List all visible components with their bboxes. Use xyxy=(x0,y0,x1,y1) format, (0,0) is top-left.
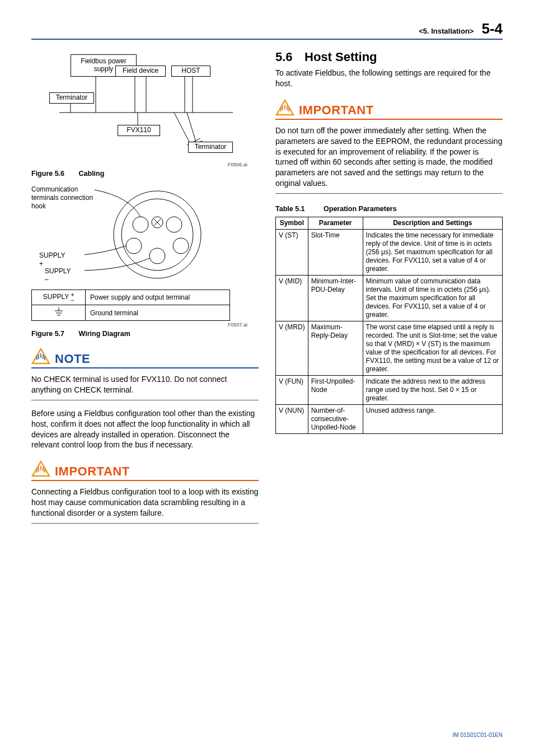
figure-wiring: Communication terminals connection hook … xyxy=(31,185,259,286)
cell-parameter: Number-of-consecutive-Unpolled-Node xyxy=(308,405,363,434)
cell-description: Unused address range. xyxy=(363,405,502,434)
important-triangle-icon xyxy=(275,99,294,118)
important-body: Do not turn off the power immediately af… xyxy=(275,123,503,194)
cell-description: Indicate the address next to the address… xyxy=(363,376,502,405)
note-triangle-icon xyxy=(31,348,50,366)
figure-ref-0507: F0507.ai xyxy=(31,322,247,328)
table-row: V (MRD)Maximum-Reply-DelayThe worst case… xyxy=(276,321,503,376)
table-number: Table 5.1 xyxy=(275,205,305,213)
plus-minus-icon: +– xyxy=(71,292,74,302)
th-symbol: Symbol xyxy=(276,217,308,230)
ground-symbol-cell xyxy=(32,305,86,321)
figure-title: Wiring Diagram xyxy=(79,330,130,338)
important-body: Connecting a Fieldbus configuration tool… xyxy=(31,484,259,524)
section-title: Host Setting xyxy=(305,50,377,64)
body-paragraph: Before using a Fieldbus configuration to… xyxy=(31,408,259,451)
figure-title: Cabling xyxy=(79,170,105,178)
cell-parameter: Maximum-Reply-Delay xyxy=(308,321,363,376)
important-title: IMPORTANT xyxy=(55,464,130,479)
box-host: HOST xyxy=(171,66,210,77)
figure-cabling: Fieldbus power supply Field device HOST … xyxy=(48,52,238,158)
page-header: <5. Installation> 5-4 xyxy=(31,20,503,40)
wiring-svg xyxy=(85,185,230,286)
section-number: 5.6 xyxy=(275,50,305,64)
important-callout-left: IMPORTANT Connecting a Fieldbus configur… xyxy=(31,460,259,524)
th-parameter: Parameter xyxy=(308,217,363,230)
figure-number: Figure 5.7 xyxy=(31,330,64,338)
svg-point-16 xyxy=(126,238,142,254)
ground-icon xyxy=(54,307,64,316)
note-title: NOTE xyxy=(55,352,90,366)
box-fvx110: FVX110 xyxy=(118,125,160,136)
important-title: IMPORTANT xyxy=(299,103,374,118)
box-field-device: Field device xyxy=(115,66,166,77)
box-terminator-left: Terminator xyxy=(49,92,94,104)
important-callout-right: IMPORTANT Do not turn off the power imme… xyxy=(275,99,503,194)
table-row: V (FUN)First-Unpolled-NodeIndicate the a… xyxy=(276,376,503,405)
svg-point-13 xyxy=(121,199,193,270)
svg-point-17 xyxy=(173,238,189,254)
cell-symbol: V (MID) xyxy=(276,276,308,321)
svg-line-8 xyxy=(174,113,189,142)
table-row: V (ST)Slot-TimeIndicates the time necess… xyxy=(276,230,503,276)
svg-point-15 xyxy=(166,217,182,232)
svg-point-18 xyxy=(149,248,165,264)
note-callout: NOTE No CHECK terminal is used for FVX11… xyxy=(31,348,259,400)
cell-symbol: V (NUN) xyxy=(276,405,308,434)
cell-description: Indicates the time necessary for immedia… xyxy=(363,230,502,276)
ground-desc: Ground terminal xyxy=(86,305,230,321)
table-row: V (MID)Minimum-Inter-PDU-DelayMinimum va… xyxy=(276,276,503,321)
cell-parameter: First-Unpolled-Node xyxy=(308,376,363,405)
section-heading: 5.6 Host Setting xyxy=(275,50,503,64)
svg-point-14 xyxy=(133,217,148,232)
figure-caption-56: Figure 5.6 Cabling xyxy=(31,170,259,178)
supply-label-cell: SUPPLY +– xyxy=(32,290,86,305)
section-intro: To activate Fieldbus, the following sett… xyxy=(275,68,503,89)
th-desc: Description and Settings xyxy=(363,217,502,230)
cell-description: Minimum value of communication data inte… xyxy=(363,276,502,321)
important-triangle-icon xyxy=(31,460,50,479)
svg-line-9 xyxy=(187,113,196,142)
label-supply-plus: SUPPLY + xyxy=(39,251,65,268)
figure-number: Figure 5.6 xyxy=(31,170,64,178)
supply-desc: Power supply and output terminal xyxy=(86,290,230,305)
footer-docid: IM 01S01C01-01EN xyxy=(453,732,503,738)
table-row: V (NUN)Number-of-consecutive-Unpolled-No… xyxy=(276,405,503,434)
box-terminator-right: Terminator xyxy=(188,142,233,153)
operation-parameters-table: Symbol Parameter Description and Setting… xyxy=(275,217,503,434)
left-column: Fieldbus power supply Field device HOST … xyxy=(31,50,259,524)
breadcrumb: <5. Installation> xyxy=(419,27,474,35)
figure-ref-0506: F0506.ai xyxy=(31,162,247,167)
cell-parameter: Minimum-Inter-PDU-Delay xyxy=(308,276,363,321)
table-title: Operation Parameters xyxy=(324,205,397,213)
supply-table: SUPPLY +– Power supply and output termin… xyxy=(31,290,230,321)
cell-symbol: V (ST) xyxy=(276,230,308,276)
supply-label: SUPPLY xyxy=(43,293,69,301)
cell-description: The worst case time elapsed until a repl… xyxy=(363,321,502,376)
label-supply-minus: SUPPLY – xyxy=(45,267,71,284)
page-number: 5-4 xyxy=(481,20,503,38)
table-caption-51: Table 5.1 Operation Parameters xyxy=(275,205,503,213)
figure-caption-57: Figure 5.7 Wiring Diagram xyxy=(31,330,259,338)
note-body: No CHECK terminal is used for FVX110. Do… xyxy=(31,372,259,400)
cell-symbol: V (MRD) xyxy=(276,321,308,376)
cell-parameter: Slot-Time xyxy=(308,230,363,276)
right-column: 5.6 Host Setting To activate Fieldbus, t… xyxy=(275,50,503,524)
cell-symbol: V (FUN) xyxy=(276,376,308,405)
